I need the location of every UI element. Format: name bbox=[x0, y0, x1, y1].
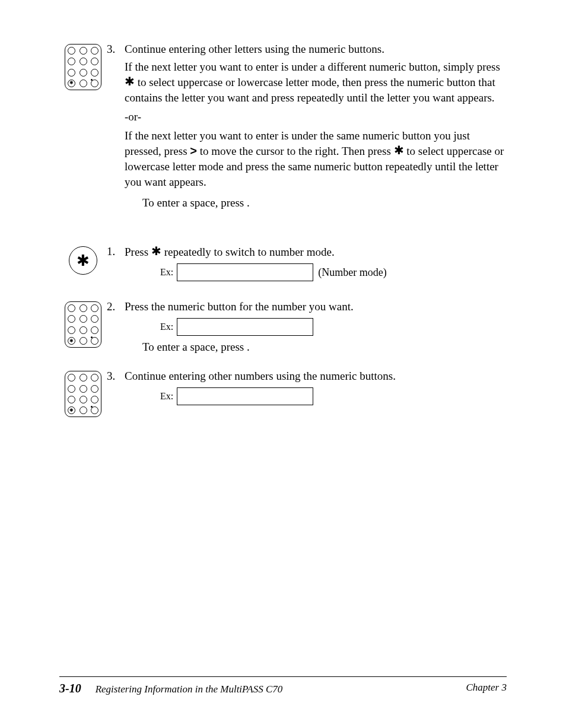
example-box bbox=[177, 387, 313, 405]
step-3-letters-para1: If the next letter you want to enter is … bbox=[125, 59, 507, 106]
step-3-letters-body: 3. Continue entering other letters using… bbox=[107, 42, 507, 211]
step-3-letters-para1-b: to select uppercase or lowercase letter … bbox=[125, 76, 495, 104]
step-3-numbers-number: 3. bbox=[107, 368, 125, 409]
step-2-numbers-line: Press the numeric button for the number … bbox=[125, 299, 507, 314]
star-icon: ✱ bbox=[394, 142, 404, 158]
step-2-numbers: ✱ 2. Press the numeric button for the nu… bbox=[59, 299, 507, 354]
star-icon: ✱ bbox=[125, 74, 135, 90]
step-3-numbers-text: Continue entering other numbers using th… bbox=[125, 368, 507, 409]
step-3-numbers: ✱ 3. Continue entering other numbers usi… bbox=[59, 368, 507, 417]
step-3-letters: ✱ 3. Continue entering other letters usi… bbox=[59, 42, 507, 211]
step-3-numbers-icon-col: ✱ bbox=[59, 368, 107, 417]
step-2-numbers-example: Ex: bbox=[160, 318, 507, 336]
star-icon: ✱ bbox=[151, 243, 161, 259]
step-1-numbers-text: Press ✱ repeatedly to switch to number m… bbox=[125, 244, 507, 285]
example-label: Ex: bbox=[160, 266, 173, 279]
step-3-numbers-example: Ex: bbox=[160, 387, 507, 405]
footer-chapter: Chapter 3 bbox=[466, 682, 507, 695]
example-label: Ex: bbox=[160, 320, 173, 333]
footer-title: Registering Information in the MultiPASS… bbox=[96, 684, 283, 695]
example-label: Ex: bbox=[160, 390, 173, 403]
step-2-numbers-body: 2. Press the numeric button for the numb… bbox=[107, 299, 507, 354]
step-1-numbers-text-b: repeatedly to switch to number mode. bbox=[161, 246, 335, 258]
step-3-numbers-line: Continue entering other numbers using th… bbox=[125, 368, 507, 384]
star-icon: ✱ bbox=[77, 252, 90, 270]
page-number: 3-10 bbox=[59, 682, 81, 695]
keypad-icon: ✱ bbox=[65, 44, 101, 90]
right-arrow-icon: > bbox=[190, 143, 197, 159]
step-1-numbers: ✱ 1. Press ✱ repeatedly to switch to num… bbox=[59, 244, 507, 285]
footer-left: 3-10 Registering Information in the Mult… bbox=[59, 682, 282, 695]
page-footer: 3-10 Registering Information in the Mult… bbox=[59, 676, 507, 695]
step-3-letters-icon-col: ✱ bbox=[59, 42, 107, 90]
step-1-numbers-number: 1. bbox=[107, 244, 125, 285]
keypad-icon: ✱ bbox=[65, 371, 101, 417]
example-box bbox=[177, 318, 313, 336]
step-1-numbers-text-a: Press bbox=[125, 246, 151, 258]
step-2-numbers-icon-col: ✱ bbox=[59, 299, 107, 348]
step-3-letters-space-note: To enter a space, press . bbox=[125, 195, 507, 211]
example-mode-note: (Number mode) bbox=[318, 265, 386, 279]
step-3-letters-text: Continue entering other letters using th… bbox=[125, 42, 507, 211]
step-1-numbers-example: Ex: (Number mode) bbox=[160, 263, 507, 281]
example-box bbox=[177, 263, 313, 281]
step-2-numbers-text: Press the numeric button for the number … bbox=[125, 299, 507, 354]
step-1-numbers-icon-col: ✱ bbox=[59, 244, 107, 275]
step-1-numbers-body: 1. Press ✱ repeatedly to switch to numbe… bbox=[107, 244, 507, 285]
star-button-icon: ✱ bbox=[69, 246, 97, 275]
step-3-letters-para1-a: If the next letter you want to enter is … bbox=[125, 61, 500, 73]
step-3-letters-heading: Continue entering other letters using th… bbox=[125, 42, 507, 57]
keypad-icon: ✱ bbox=[65, 301, 101, 348]
step-3-letters-number: 3. bbox=[107, 42, 125, 211]
step-3-letters-para2: If the next letter you want to enter is … bbox=[125, 128, 507, 190]
page: ✱ 3. Continue entering other letters usi… bbox=[0, 0, 566, 728]
step-2-numbers-number: 2. bbox=[107, 299, 125, 354]
step-2-numbers-space-note: To enter a space, press . bbox=[125, 339, 507, 355]
step-3-letters-or: -or- bbox=[125, 109, 507, 125]
step-3-numbers-body: 3. Continue entering other numbers using… bbox=[107, 368, 507, 409]
step-3-letters-para2-b: to move the cursor to the right. Then pr… bbox=[197, 145, 394, 157]
